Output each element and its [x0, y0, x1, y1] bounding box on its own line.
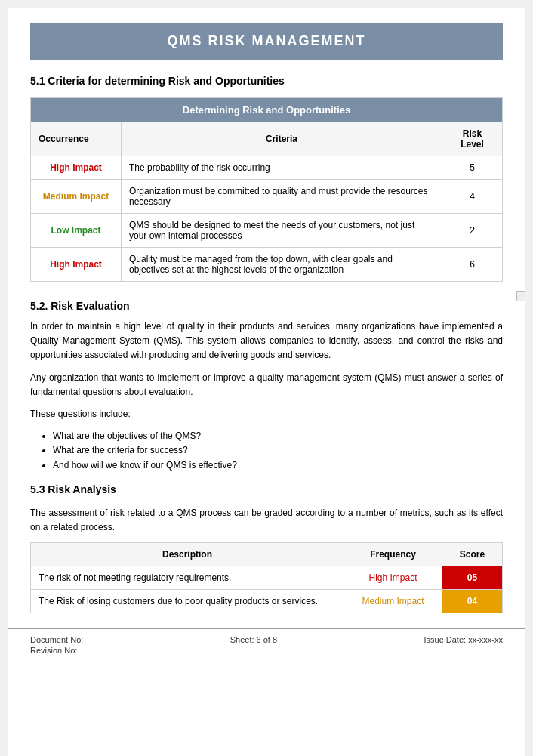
col-header-criteria: Criteria: [122, 122, 442, 156]
revision-label: Revision No:: [30, 646, 83, 655]
col-header-description: Description: [31, 543, 344, 566]
risk-level-cell: 4: [442, 180, 503, 214]
section-52-para-2: Any organization that wants to implement…: [30, 371, 503, 400]
table-row: Medium Impact Organization must be commi…: [31, 180, 503, 214]
section-53-title: 5.3 Risk Analysis: [30, 483, 503, 495]
section-51-title: 5.1 Criteria for determining Risk and Op…: [30, 75, 503, 87]
risk-table-header: Determining Risk and Opportunities: [31, 98, 503, 122]
section-52: 5.2. Risk Evaluation In order to maintai…: [30, 300, 503, 473]
col-header-score: Score: [442, 543, 503, 566]
page-footer: Document No: Revision No: Sheet: 6 of 8 …: [8, 628, 525, 661]
page-title: QMS RISK MANAGEMENT: [45, 33, 488, 49]
risk-table-header-row: Determining Risk and Opportunities: [31, 98, 503, 122]
score-cell: 04: [442, 590, 503, 613]
frequency-cell: Medium Impact: [344, 590, 442, 613]
table-row: High Impact Quality must be managed from…: [31, 248, 503, 282]
doc-no-label: Document No:: [30, 635, 83, 644]
table-row: The risk of not meeting regulatory requi…: [31, 566, 503, 590]
table-row: High Impact The probability of the risk …: [31, 156, 503, 180]
table-row: The Risk of losing customers due to poor…: [31, 590, 503, 613]
list-item: What are the objectives of the QMS?: [53, 429, 503, 443]
list-item: And how will we know if our QMS is effec…: [53, 458, 503, 473]
description-cell: The Risk of losing customers due to poor…: [31, 590, 344, 613]
occurrence-cell: Medium Impact: [31, 180, 122, 214]
frequency-cell: High Impact: [344, 566, 442, 590]
section-52-bullets: What are the objectives of the QMS? What…: [53, 429, 503, 473]
footer-left: Document No: Revision No:: [30, 635, 83, 655]
footer-center: Sheet: 6 of 8: [230, 635, 277, 655]
content-area: 5.1 Criteria for determining Risk and Op…: [8, 75, 525, 613]
criteria-cell: The probability of the risk occurring: [122, 156, 442, 180]
section-52-title: 5.2. Risk Evaluation: [30, 300, 503, 312]
score-cell: 05: [442, 566, 503, 590]
col-header-occurrence: Occurrence: [31, 122, 122, 156]
occurrence-cell: Low Impact: [31, 214, 122, 248]
occurrence-value: High Impact: [50, 162, 102, 173]
occurrence-value: Medium Impact: [43, 191, 109, 202]
section-51: 5.1 Criteria for determining Risk and Op…: [30, 75, 503, 282]
sheet-info: Sheet: 6 of 8: [230, 635, 277, 644]
frequency-value: High Impact: [368, 572, 417, 583]
analysis-table-headers: Description Frequency Score: [31, 543, 503, 566]
table-row: Low Impact QMS should be designed to mee…: [31, 214, 503, 248]
occurrence-value: Low Impact: [51, 225, 100, 236]
description-cell: The risk of not meeting regulatory requi…: [31, 566, 344, 590]
page: QMS RISK MANAGEMENT 5.1 Criteria for det…: [8, 8, 525, 756]
risk-table: Determining Risk and Opportunities Occur…: [30, 97, 503, 282]
frequency-value: Medium Impact: [362, 596, 424, 606]
occurrence-cell: High Impact: [31, 156, 122, 180]
occurrence-cell: High Impact: [31, 248, 122, 282]
risk-level-cell: 2: [442, 214, 503, 248]
footer-right: Issue Date: xx-xxx-xx: [424, 635, 503, 655]
issue-date: Issue Date: xx-xxx-xx: [424, 635, 503, 644]
risk-level-cell: 5: [442, 156, 503, 180]
section-52-para-3: These questions include:: [30, 407, 503, 421]
section-53: 5.3 Risk Analysis The assessment of risk…: [30, 483, 503, 613]
risk-level-cell: 6: [442, 248, 503, 282]
col-header-frequency: Frequency: [344, 543, 442, 566]
list-item: What are the criteria for success?: [53, 443, 503, 458]
criteria-cell: QMS should be designed to meet the needs…: [122, 214, 442, 248]
col-header-risk-level: Risk Level: [442, 122, 503, 156]
criteria-cell: Quality must be managed from the top dow…: [122, 248, 442, 282]
section-52-para-1: In order to maintain a high level of qua…: [30, 319, 503, 363]
scrollbar-stub[interactable]: [516, 291, 525, 301]
analysis-table: Description Frequency Score The risk of …: [30, 542, 503, 613]
occurrence-value: High Impact: [50, 259, 102, 270]
criteria-cell: Organization must be committed to qualit…: [122, 180, 442, 214]
page-header: QMS RISK MANAGEMENT: [30, 23, 503, 60]
risk-table-col-headers: Occurrence Criteria Risk Level: [31, 122, 503, 156]
section-53-para: The assessment of risk related to a QMS …: [30, 506, 503, 535]
